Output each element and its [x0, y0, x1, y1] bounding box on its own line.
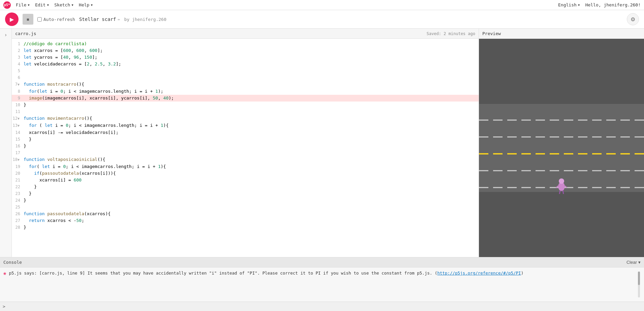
menu-edit[interactable]: Edit ▾ — [35, 2, 49, 7]
line-content: image(imagemcarros[i], xcarros[i], ycarr… — [24, 95, 479, 102]
menu-file[interactable]: File ▾ — [16, 2, 30, 7]
toolbar: ▶ ■ Auto-refresh Stellar scarf ✏ by jhen… — [0, 10, 644, 29]
code-line-1: 1//código do carro(lista) — [12, 40, 479, 47]
line-number: 19 — [12, 163, 24, 170]
svg-rect-1 — [479, 93, 644, 104]
line-number: 3 — [12, 54, 24, 61]
line-number: 18▼ — [12, 156, 24, 163]
line-content: let velocidadecarros = [2, 2.5, 3.2]; — [24, 61, 479, 67]
console-header: Console Clear ▾ — [0, 257, 644, 267]
console-area: Console Clear ▾ ❀ p5.js says: [carro.js,… — [0, 257, 644, 311]
line-content: if(passoutodatela(xcarros[i])){ — [24, 170, 479, 177]
svg-point-9 — [559, 178, 564, 184]
line-number: 7▼ — [12, 81, 24, 88]
code-line-3: 3let ycarros = [40, 96, 150]; — [12, 54, 479, 61]
line-number: 9 — [12, 95, 24, 102]
top-navbar: p5* File ▾ Edit ▾ Sketch ▾ Help ▾ Englis… — [0, 0, 644, 10]
chevron-down-icon: ▾ — [638, 260, 641, 265]
code-line-16: 16} — [12, 143, 479, 149]
auto-refresh-checkbox[interactable] — [37, 17, 42, 22]
line-content: xcarros[i] -= velocidadecarros[i]; — [24, 129, 479, 136]
stop-icon: ■ — [27, 17, 29, 22]
preview-header: Preview — [479, 29, 644, 39]
preview-canvas — [479, 39, 644, 257]
code-line-23: 23 } — [12, 190, 479, 197]
line-number: 11 — [12, 108, 24, 115]
road-scene — [479, 39, 644, 257]
auto-refresh-label[interactable]: Auto-refresh — [37, 17, 75, 22]
line-content: } — [24, 197, 479, 204]
settings-button[interactable]: ⚙ — [627, 13, 639, 25]
user-greeting: Hello, jheniferg.260! — [585, 2, 641, 7]
code-line-28: 28} — [12, 224, 479, 231]
code-line-19: 19 for( let i = 0; i < imagemcarros.leng… — [12, 163, 479, 170]
console-error-link[interactable]: http://p5js.org/reference/#/p5/PI — [437, 271, 521, 276]
menu-help[interactable]: Help ▾ — [79, 2, 93, 7]
svg-rect-2 — [479, 192, 644, 203]
navbar-right: English ▾ Hello, jheniferg.260! — [558, 2, 641, 7]
line-number: 21 — [12, 177, 24, 183]
line-number: 16 — [12, 143, 24, 149]
code-line-26: 26function passoutodatela(xcarros){ — [12, 210, 479, 217]
code-line-15: 15 } — [12, 136, 479, 143]
gear-icon: ⚙ — [631, 16, 635, 23]
play-button[interactable]: ▶ — [5, 12, 19, 26]
line-number: 14 — [12, 129, 24, 136]
sketch-by: by jheniferg.260 — [124, 17, 166, 22]
console-clear-button[interactable]: Clear ▾ — [626, 260, 641, 265]
code-line-13: 13▼ for ( let i = 0; i < imagemcarros.le… — [12, 122, 479, 129]
line-number: 17 — [12, 149, 24, 156]
svg-line-12 — [559, 191, 560, 194]
line-number: 24 — [12, 197, 24, 204]
code-area[interactable]: 1//código do carro(lista)2let xcarros = … — [12, 39, 479, 257]
line-content: for( let i = 0; i < imagemcarros.length;… — [24, 163, 479, 170]
console-input-row: > — [0, 302, 644, 311]
preview-panel: Preview — [479, 29, 644, 257]
line-number: 23 — [12, 190, 24, 197]
language-selector[interactable]: English ▾ — [558, 2, 580, 7]
line-content: function mostracarro(){ — [24, 81, 479, 88]
clear-label: Clear — [626, 260, 637, 265]
code-line-20: 20 if(passoutodatela(xcarros[i])){ — [12, 170, 479, 177]
code-line-9: 9 image(imagemcarros[i], xcarros[i], yca… — [12, 95, 479, 102]
line-number: 28 — [12, 224, 24, 231]
line-number: 15 — [12, 136, 24, 143]
line-content: } — [24, 102, 479, 108]
console-label: Console — [3, 260, 22, 265]
menu-sketch[interactable]: Sketch ▾ — [54, 2, 74, 7]
line-content: } — [24, 224, 479, 231]
console-output: ❀ p5.js says: [carro.js, line 9] It seem… — [0, 267, 644, 302]
line-content: function movimentacarro(){ — [24, 115, 479, 122]
console-error-message-text: p5.js says: [carro.js, line 9] It seems … — [9, 271, 437, 276]
console-scrollbar-thumb[interactable] — [638, 272, 640, 285]
code-editor: carro.js Saved: 2 minutes ago 1//código … — [12, 29, 479, 257]
stop-button[interactable]: ■ — [23, 14, 33, 25]
line-number: 6 — [12, 74, 24, 81]
code-line-6: 6 — [12, 74, 479, 81]
line-number: 26 — [12, 210, 24, 217]
editor-preview: › carro.js Saved: 2 minutes ago 1//códig… — [0, 29, 644, 257]
console-scrollbar[interactable] — [638, 272, 640, 298]
code-line-11: 11 — [12, 108, 479, 115]
code-line-12: 12▼function movimentacarro(){ — [12, 115, 479, 122]
console-error-text: p5.js says: [carro.js, line 9] It seems … — [9, 270, 635, 277]
line-number: 25 — [12, 204, 24, 210]
line-number: 5 — [12, 67, 24, 74]
error-icon: ❀ — [3, 271, 6, 276]
play-icon: ▶ — [10, 16, 14, 23]
code-line-7: 7▼function mostracarro(){ — [12, 81, 479, 88]
line-number: 2 — [12, 47, 24, 54]
line-number: 1 — [12, 40, 24, 47]
main-area: › carro.js Saved: 2 minutes ago 1//códig… — [0, 29, 644, 311]
code-line-5: 5 — [12, 67, 479, 74]
editor-header: carro.js Saved: 2 minutes ago — [12, 29, 479, 39]
preview-label: Preview — [482, 31, 501, 36]
file-panel-toggle[interactable]: › — [2, 30, 10, 39]
line-number: 13▼ — [12, 122, 24, 129]
line-number: 20 — [12, 170, 24, 177]
p5-logo[interactable]: p5* — [3, 1, 11, 9]
file-panel: › — [0, 29, 12, 257]
line-number: 8 — [12, 88, 24, 95]
pencil-icon[interactable]: ✏ — [118, 17, 120, 22]
console-prompt-symbol: > — [3, 304, 5, 309]
